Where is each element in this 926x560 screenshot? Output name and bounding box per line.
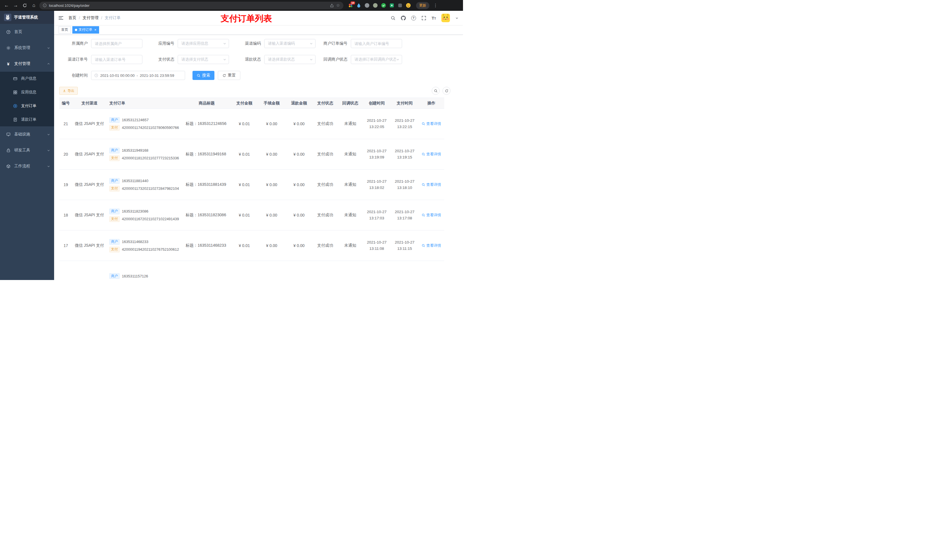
sidebar-item-dev-tools[interactable]: 研发工具	[0, 142, 54, 158]
main: 首页 / 支付管理 / 支付订单 支付订单列表 ?	[54, 11, 463, 280]
actions-cell: 查看详情	[419, 231, 444, 261]
app-logo[interactable]: 芋道管理系统	[0, 11, 54, 24]
breadcrumb-home[interactable]: 首页	[68, 15, 76, 21]
search-icon[interactable]	[391, 16, 395, 21]
notify-status-select[interactable]: 请选择订单回调商户状态	[351, 55, 402, 64]
extension-grey-icon[interactable]	[365, 3, 369, 8]
logo-avatar	[4, 14, 11, 21]
view-detail-link[interactable]: 查看详情	[422, 243, 441, 248]
sidebar-item-system[interactable]: 系统管理	[0, 40, 54, 56]
refund-amount	[285, 261, 313, 280]
pay-status-select[interactable]: 请选择支付状态	[178, 55, 229, 64]
extension-green-check-icon[interactable]	[381, 3, 386, 8]
extension-grey2-icon[interactable]	[373, 3, 378, 8]
sidebar-item-infra[interactable]: 基础设施	[0, 126, 54, 142]
merchant-order-no: 1635312124657	[122, 118, 149, 122]
sidebar-item-home[interactable]: 首页	[0, 24, 54, 40]
date-end[interactable]: 2021-10-31 23:59:59	[140, 73, 174, 78]
pay-status: 支付成功	[313, 109, 338, 139]
browser-menu-icon[interactable]: ⋮	[433, 3, 438, 8]
sidebar-item-refund-order[interactable]: 退款订单	[0, 113, 54, 126]
browser-back-icon[interactable]: ←	[3, 2, 10, 9]
filter-label: 创建时间	[59, 73, 91, 78]
create-time-range-picker[interactable]: 2021-10-01 00:00:00 - 2021-10-31 23:59:5…	[91, 71, 185, 80]
chevron-down-icon	[310, 58, 313, 61]
pay-tag: 支付	[109, 186, 120, 192]
extension-drop-icon[interactable]	[356, 3, 362, 8]
browser-update-button[interactable]: 更新	[416, 2, 430, 9]
notify-status: 未通知	[338, 139, 363, 170]
pay-transaction-no: 4200001194202110276752100612	[122, 247, 179, 252]
sidebar-item-app-info[interactable]: 应用信息	[0, 85, 54, 99]
address-bar[interactable]: localhost:1024/pay/order ☆	[39, 2, 343, 9]
bookmark-star-icon[interactable]: ☆	[336, 3, 340, 8]
extension-dots-icon[interactable]: 10	[348, 3, 353, 8]
url-text[interactable]: localhost:1024/pay/order	[49, 3, 327, 8]
filter-label: 应用编号	[146, 41, 178, 46]
content: 所属商户 应用编号 请选择应用信息 渠道编码 请输入渠道编码	[54, 35, 463, 280]
hamburger-icon[interactable]	[59, 15, 64, 21]
extension-chat-icon[interactable]	[389, 3, 394, 8]
reset-button[interactable]: 重置	[218, 71, 240, 80]
refund-status-select[interactable]: 请选择退款状态	[264, 55, 316, 64]
extension-dark-icon[interactable]	[398, 3, 402, 8]
font-size-icon[interactable]: TT	[432, 16, 436, 20]
pay-status: 支付成功	[313, 231, 338, 261]
sidebar-item-label: 系统管理	[14, 45, 30, 50]
export-button[interactable]: 导出	[59, 87, 78, 95]
chevron-up-icon	[47, 62, 50, 65]
pay-transaction-no: 4200001167202110271022491439	[122, 217, 179, 221]
view-detail-link[interactable]: 查看详情	[422, 213, 441, 218]
share-icon[interactable]	[330, 3, 334, 8]
extension-face-icon[interactable]	[406, 3, 411, 8]
avatar-caret-icon[interactable]	[455, 17, 458, 20]
page-title: 支付订单列表	[221, 13, 272, 24]
pay-status: 支付成功	[313, 139, 338, 170]
github-icon[interactable]	[401, 16, 406, 21]
sidebar-item-merchant-info[interactable]: 商户信息	[0, 72, 54, 85]
fee-amount: ¥ 0.00	[258, 109, 285, 139]
view-detail-link[interactable]: 查看详情	[422, 121, 441, 126]
order-table-body: 21 微信 JSAPI 支付 商户 1635312124657 支付 42000…	[59, 109, 444, 280]
sidebar-item-workflow[interactable]: 工作流程	[0, 158, 54, 174]
refresh-table-button[interactable]	[442, 87, 451, 95]
target-icon	[12, 104, 18, 108]
browser-reload-icon[interactable]	[21, 2, 29, 9]
merchant-input[interactable]	[91, 39, 142, 48]
toggle-search-button[interactable]	[432, 87, 440, 95]
close-icon[interactable]: ×	[94, 28, 97, 32]
screen: ← → ⌂ localhost:1024/pay/order ☆ 10	[0, 0, 463, 280]
channel-code-select[interactable]: 请输入渠道编码	[264, 39, 316, 48]
tab-pay-order[interactable]: 支付订单 ×	[72, 26, 99, 33]
col-pay-status: 支付状态	[313, 98, 338, 109]
merchant-tag: 商户	[109, 273, 120, 279]
sidebar-item-payment[interactable]: ¥ 支付管理	[0, 56, 54, 72]
table-row: 21 微信 JSAPI 支付 商户 1635312124657 支付 42000…	[59, 109, 444, 139]
pay-amount: ¥ 0.01	[231, 170, 258, 200]
pay-amount: ¥ 0.01	[231, 139, 258, 170]
view-detail-link[interactable]: 查看详情	[422, 182, 441, 187]
sidebar-item-pay-order[interactable]: 支付订单	[0, 99, 54, 113]
site-info-icon[interactable]	[43, 3, 47, 8]
app-select[interactable]: 请选择应用信息	[178, 39, 229, 48]
date-start[interactable]: 2021-10-01 00:00:00	[100, 73, 135, 78]
help-icon[interactable]: ?	[411, 16, 416, 21]
fullscreen-icon[interactable]	[421, 16, 426, 21]
tab-home[interactable]: 首页	[59, 26, 71, 33]
view-detail-link[interactable]: 查看详情	[422, 152, 441, 157]
merchant-order-no-input[interactable]	[351, 39, 402, 48]
create-time-cell: 2021-10-2713:19:09	[363, 139, 391, 170]
col-create-time: 创建时间	[363, 98, 391, 109]
browser-home-icon[interactable]: ⌂	[30, 2, 38, 9]
merchant-order-no: 1635311823086	[122, 209, 148, 213]
pay-order-cell: 商户 1635311823086 支付 42000011672021102710…	[106, 200, 183, 231]
product-title: 标题：1635312124656	[186, 121, 226, 126]
yen-icon: ¥	[6, 62, 11, 66]
channel-order-no-input[interactable]	[91, 55, 142, 64]
browser-forward-icon[interactable]: →	[12, 2, 20, 9]
lock-icon	[6, 148, 11, 152]
search-button[interactable]: 搜索	[192, 71, 215, 80]
breadcrumb-payment[interactable]: 支付管理	[83, 15, 98, 21]
order-id: 20	[59, 139, 72, 170]
avatar[interactable]	[441, 14, 450, 22]
